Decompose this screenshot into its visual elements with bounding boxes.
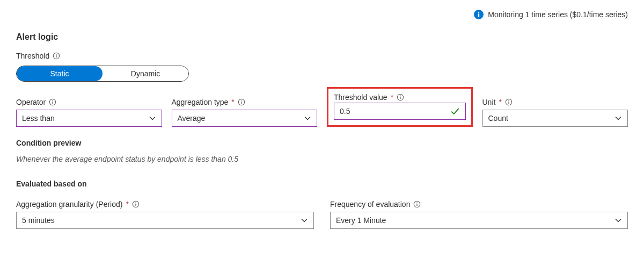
unit-select[interactable]: Count <box>482 110 628 127</box>
chevron-down-icon <box>304 114 311 122</box>
operator-select[interactable]: Less than <box>16 110 162 127</box>
aggregation-type-field: Aggregation type * Average <box>172 98 318 127</box>
chevron-down-icon <box>301 217 308 224</box>
aggregation-granularity-label: Aggregation granularity (Period) * <box>16 200 314 209</box>
info-icon[interactable] <box>505 98 513 106</box>
alert-logic-heading: Alert logic <box>16 32 628 42</box>
evaluated-based-on-heading: Evaluated based on <box>16 179 628 188</box>
aggregation-type-label-text: Aggregation type <box>172 98 229 106</box>
svg-rect-23 <box>417 203 418 203</box>
svg-rect-13 <box>400 97 400 99</box>
threshold-toggle-static[interactable]: Static <box>17 66 103 81</box>
svg-rect-7 <box>53 102 53 104</box>
frequency-label: Frequency of evaluation <box>330 200 628 209</box>
svg-rect-5 <box>56 54 57 55</box>
info-icon[interactable] <box>49 98 56 106</box>
svg-rect-11 <box>241 100 241 101</box>
threshold-label: Threshold <box>16 52 628 60</box>
required-marker: * <box>499 98 501 106</box>
info-icon[interactable] <box>132 200 140 208</box>
aggregation-type-select[interactable]: Average <box>172 110 318 127</box>
svg-rect-20 <box>135 203 136 203</box>
unit-value: Count <box>488 114 615 123</box>
unit-label: Unit * <box>482 98 628 106</box>
chevron-down-icon <box>614 217 622 224</box>
svg-rect-16 <box>508 102 509 104</box>
required-marker: * <box>391 93 393 102</box>
operator-label: Operator <box>16 98 162 106</box>
chevron-down-icon <box>149 114 156 122</box>
aggregation-granularity-value: 5 minutes <box>22 216 301 225</box>
svg-rect-1 <box>478 13 479 17</box>
threshold-toggle-dynamic[interactable]: Dynamic <box>103 66 188 81</box>
aggregation-granularity-select[interactable]: 5 minutes <box>16 212 314 229</box>
monitoring-info-text: Monitoring 1 time series ($0.1/time seri… <box>488 10 628 19</box>
chevron-down-icon <box>614 114 622 122</box>
operator-field: Operator Less than <box>16 98 162 127</box>
frequency-value: Every 1 Minute <box>336 216 614 225</box>
unit-field: Unit * Count <box>482 98 628 127</box>
required-marker: * <box>126 200 128 209</box>
svg-rect-14 <box>400 96 400 96</box>
svg-rect-10 <box>241 102 241 104</box>
threshold-value-field: Threshold value * 0.5 <box>327 91 473 127</box>
aggregation-type-value: Average <box>178 114 304 123</box>
required-marker: * <box>231 98 234 106</box>
info-icon[interactable] <box>238 98 245 106</box>
aggregation-type-label: Aggregation type * <box>172 98 318 106</box>
monitoring-info-banner: Monitoring 1 time series ($0.1/time seri… <box>474 10 628 19</box>
info-icon <box>474 10 484 19</box>
evaluation-row: Aggregation granularity (Period) * 5 min… <box>16 200 628 229</box>
threshold-value-label-text: Threshold value <box>334 93 387 102</box>
svg-rect-22 <box>417 204 418 206</box>
frequency-field: Frequency of evaluation Every 1 Minute <box>330 200 628 229</box>
frequency-select[interactable]: Every 1 Minute <box>330 212 628 229</box>
alert-logic-row: Operator Less than Aggregation type * Av… <box>16 91 628 127</box>
threshold-toggle[interactable]: Static Dynamic <box>16 66 189 82</box>
aggregation-granularity-label-text: Aggregation granularity (Period) <box>16 200 122 209</box>
svg-rect-2 <box>478 12 479 13</box>
svg-rect-4 <box>56 55 57 58</box>
threshold-value-input[interactable]: 0.5 <box>334 103 466 120</box>
threshold-label-text: Threshold <box>16 52 49 60</box>
condition-preview-text: Whenever the average endpoint status by … <box>16 155 628 163</box>
condition-preview-heading: Condition preview <box>16 139 628 147</box>
operator-value: Less than <box>22 114 149 123</box>
unit-label-text: Unit <box>482 98 496 106</box>
svg-rect-8 <box>53 100 53 101</box>
threshold-value-highlight: Threshold value * 0.5 <box>327 87 473 127</box>
aggregation-granularity-field: Aggregation granularity (Period) * 5 min… <box>16 200 314 229</box>
svg-rect-19 <box>135 204 136 206</box>
operator-label-text: Operator <box>16 98 46 106</box>
frequency-label-text: Frequency of evaluation <box>330 200 410 209</box>
info-icon[interactable] <box>413 200 421 208</box>
checkmark-icon <box>450 106 460 116</box>
threshold-value-text: 0.5 <box>340 107 450 116</box>
info-icon[interactable] <box>53 52 60 60</box>
threshold-value-label: Threshold value * <box>334 93 466 102</box>
svg-rect-17 <box>508 100 509 101</box>
info-icon[interactable] <box>397 94 404 101</box>
